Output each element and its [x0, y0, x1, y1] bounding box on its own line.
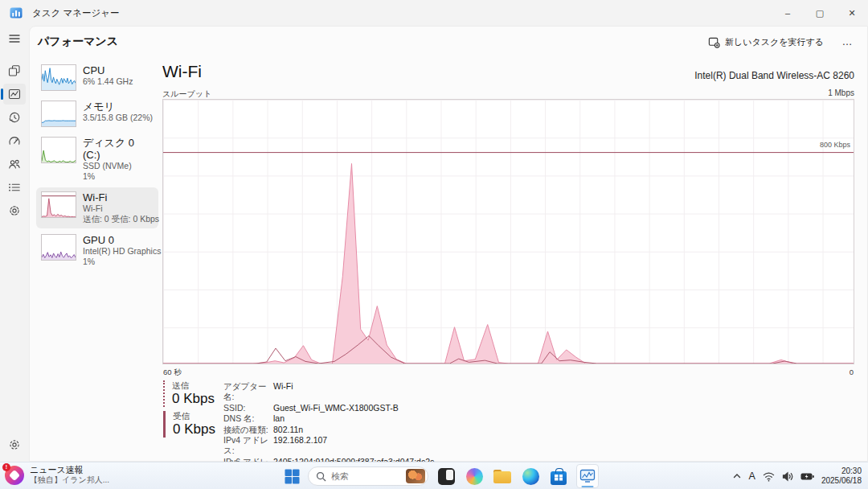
wifi-icon [763, 471, 775, 482]
send-label: 送信 [172, 380, 215, 391]
folder-icon [493, 470, 511, 483]
memory-stat: 3.5/15.8 GB (22%) [83, 113, 153, 123]
processes-icon [8, 64, 21, 77]
adapter-name: Intel(R) Dual Band Wireless-AC 8260 [694, 70, 854, 81]
ime-indicator[interactable]: A [749, 471, 755, 482]
receive-stat: 受信 0 Kbps [163, 411, 215, 438]
nav-details[interactable] [3, 177, 26, 198]
nav-users[interactable] [3, 154, 26, 175]
taskbar-store[interactable] [548, 466, 569, 487]
battery-icon [800, 472, 814, 481]
disk-usage: 1% [83, 171, 154, 182]
alert-badge: ! [2, 463, 10, 471]
dark-app-icon [438, 468, 455, 485]
detail-value: Guest_Wi-Fi_WMC-X1800GST-B [273, 403, 399, 413]
nav-processes[interactable] [3, 60, 26, 81]
gpu-name: Intel(R) HD Graphics ... [83, 246, 170, 257]
widgets-button[interactable]: ! ニュース速報 【独自】イラン邦人... [5, 465, 109, 485]
wifi-title: Wi-Fi [83, 191, 159, 203]
close-button[interactable]: ✕ [836, 0, 868, 26]
page-title: パフォーマンス [38, 35, 118, 49]
performance-icon [8, 88, 21, 101]
settings-gear-icon [8, 438, 21, 451]
taskbar-search[interactable] [308, 466, 428, 486]
detail-label: アダプター名: [223, 381, 273, 403]
chart-ymax-label: 1 Mbps [828, 88, 854, 97]
task-manager-logo-icon [10, 6, 23, 19]
detail-label: IPv4 アドレス: [223, 435, 273, 457]
detail-value: lan [273, 413, 285, 424]
sidebar-item-memory[interactable]: メモリ 3.5/15.8 GB (22%) [36, 97, 158, 131]
settings-button[interactable] [3, 434, 26, 455]
sidebar-item-cpu[interactable]: CPU 6% 1.44 GHz [36, 60, 158, 95]
memory-mini-chart [41, 101, 76, 127]
search-highlight-image[interactable] [406, 469, 425, 483]
tray-chevron-button[interactable] [732, 471, 742, 481]
tray-volume-button[interactable] [782, 471, 793, 482]
nav-rail [0, 26, 29, 462]
receive-label: 受信 [173, 411, 215, 421]
taskbar-app-dark[interactable] [436, 466, 457, 487]
search-icon [316, 471, 326, 482]
taskbar-task-manager-active[interactable] [576, 464, 599, 488]
widgets-icon: ! [5, 466, 24, 485]
start-button[interactable] [283, 467, 301, 485]
nav-services[interactable] [3, 200, 26, 221]
performance-sidebar: CPU 6% 1.44 GHz メモリ 3.5/15.8 GB (22%) ディ… [36, 60, 158, 271]
nav-startup-apps[interactable] [3, 130, 26, 151]
disk-mini-chart [41, 137, 76, 163]
panel-title: Wi-Fi [162, 62, 202, 81]
gpu-mini-chart [41, 234, 76, 261]
disk-type: SSD (NVMe) [83, 161, 154, 171]
detail-label: DNS 名: [223, 413, 273, 424]
store-icon [551, 471, 567, 485]
run-new-task-button[interactable]: 新しいタスクを実行する [702, 33, 830, 51]
active-app-indicator [582, 486, 594, 488]
copilot-icon [466, 468, 483, 485]
taskbar-copilot[interactable] [464, 466, 485, 487]
cpu-mini-chart [41, 64, 76, 91]
tray-network-button[interactable] [763, 471, 775, 482]
nav-app-history[interactable] [3, 107, 26, 128]
search-input[interactable] [331, 471, 401, 481]
sidebar-item-wifi[interactable]: Wi-Fi Wi-Fi 送信: 0 受信: 0 Kbps [36, 187, 158, 228]
taskbar-edge[interactable] [520, 466, 541, 487]
chart-title: スループット [162, 88, 211, 100]
users-icon [8, 158, 21, 171]
gpu-title: GPU 0 [83, 234, 170, 246]
throughput-stats: 送信 0 Kbps 受信 0 Kbps [163, 380, 215, 442]
threshold-label: 800 Kbps [820, 141, 850, 149]
news-headline: ニュース速報 [30, 465, 109, 475]
detail-value: 802.11n [273, 425, 303, 435]
more-options-button[interactable]: … [837, 31, 858, 51]
wifi-sub: Wi-Fi [83, 203, 159, 214]
maximize-button[interactable]: ▢ [804, 0, 836, 26]
gpu-usage: 1% [83, 257, 170, 267]
content-surface: パフォーマンス 新しいタスクを実行する … CPU 6% 1.44 GHz メモ… [29, 26, 868, 462]
run-task-icon [708, 36, 720, 48]
memory-title: メモリ [83, 101, 153, 113]
detail-label: 接続の種類: [223, 425, 273, 435]
news-subline: 【独自】イラン邦人... [30, 475, 109, 485]
run-task-label: 新しいタスクを実行する [725, 36, 824, 48]
clock-time: 20:30 [821, 466, 862, 476]
task-manager-window: タスク マネージャー – ▢ ✕ [0, 0, 868, 489]
startup-gauge-icon [8, 134, 21, 147]
tray-battery-button[interactable] [800, 472, 814, 481]
detail-value: Wi-Fi [273, 381, 293, 403]
sidebar-item-gpu[interactable]: GPU 0 Intel(R) HD Graphics ... 1% [36, 230, 158, 271]
taskbar-file-explorer[interactable] [492, 466, 513, 487]
details-list-icon [8, 181, 21, 194]
cpu-stat: 6% 1.44 GHz [83, 76, 133, 87]
minimize-button[interactable]: – [772, 0, 804, 26]
x-axis-right-label: 0 [850, 368, 854, 376]
nav-menu-button[interactable] [3, 28, 26, 49]
task-manager-app-icon [579, 468, 596, 484]
detail-label: SSID: [223, 403, 273, 413]
sidebar-item-disk[interactable]: ディスク 0 (C:) SSD (NVMe) 1% [36, 133, 158, 186]
tray-clock[interactable]: 20:30 2025/06/18 [821, 466, 862, 486]
services-gear-icon [8, 204, 21, 217]
nav-performance[interactable] [3, 84, 26, 105]
taskbar: ! ニュース速報 【独自】イラン邦人... [0, 462, 868, 489]
edge-icon [522, 468, 539, 485]
